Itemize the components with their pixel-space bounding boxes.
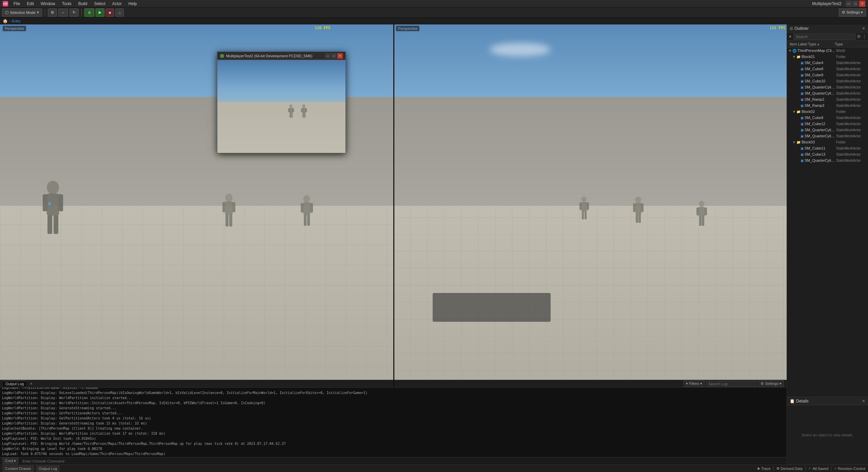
maximize-button[interactable]: □ bbox=[852, 1, 859, 7]
tree-item-12[interactable]: ▣ SM_Cube12 StaticMeshActor bbox=[787, 121, 868, 127]
details-title: Details bbox=[796, 399, 861, 404]
tree-item-7[interactable]: ▣ SM_QuarterCylinder6 StaticMeshActor bbox=[787, 90, 868, 96]
filters-button[interactable]: ▾ Filters ▾ bbox=[684, 380, 705, 387]
menu-edit[interactable]: Edit bbox=[24, 1, 37, 7]
settings-button[interactable]: ⚙ Settings ▾ bbox=[839, 8, 866, 17]
svg-rect-45 bbox=[301, 108, 302, 112]
trace-status[interactable]: ◈ Trace bbox=[757, 466, 771, 471]
svg-rect-9 bbox=[222, 202, 225, 212]
revision-control-status[interactable]: ⑂ Revision Control bbox=[834, 467, 865, 471]
svg-rect-26 bbox=[635, 203, 642, 214]
play-button[interactable]: ▶ bbox=[96, 8, 104, 17]
cmd-dropdown-button[interactable]: Cmd ▾ bbox=[3, 458, 18, 464]
content-drawer-button[interactable]: Content Drawer bbox=[3, 466, 34, 472]
tree-item-2[interactable]: ▣ SM_Cube4 StaticMeshActor bbox=[787, 60, 868, 66]
minimize-button[interactable]: — bbox=[846, 1, 852, 7]
tree-item-16[interactable]: ▣ SM_Cube11 StaticMeshActor bbox=[787, 145, 868, 151]
log-line-10: LogWorldPartition: Display: WorldPartiti… bbox=[2, 395, 785, 400]
game-window-close[interactable]: ✕ bbox=[337, 53, 343, 59]
log-content[interactable]: LogLoad: LoadMap: /27.0.0.1/Game/ThirdPe… bbox=[0, 388, 787, 457]
tree-item-14[interactable]: ▣ SM_QuarterCylinder2 StaticMeshActor bbox=[787, 133, 868, 139]
transform-btn-1[interactable]: ⊞ bbox=[48, 8, 57, 17]
outliner-more-icon[interactable]: ⋮ bbox=[862, 34, 867, 39]
back-wall-right bbox=[393, 97, 787, 224]
game-window[interactable]: MultiplayerTest2 (64-bit Development PCD… bbox=[217, 52, 346, 153]
tree-item-9[interactable]: ▣ SM_Ramp3 StaticMeshActor bbox=[787, 102, 868, 109]
outliner-tree[interactable]: ▼ 🌐 ThirdPersonMap (Client -1) World ▼ 📁… bbox=[787, 47, 868, 396]
fps-left: 120 FPS bbox=[315, 26, 330, 30]
tree-label-2: SM_Cube4 bbox=[805, 61, 836, 65]
tree-label-14: SM_QuarterCylinder2 bbox=[805, 134, 836, 138]
tree-item-11[interactable]: ▣ SM_Cube8 StaticMeshActor bbox=[787, 115, 868, 121]
svg-rect-20 bbox=[581, 202, 587, 212]
status-bar: Content Drawer Output Log ◈ Trace ⊕ Deri… bbox=[0, 465, 868, 472]
menu-select[interactable]: Select bbox=[91, 1, 108, 7]
tree-item-13[interactable]: ▣ SM_QuarterCylinder StaticMeshActor bbox=[787, 127, 868, 133]
menu-build[interactable]: Build bbox=[76, 1, 90, 7]
derived-data-status[interactable]: ⊕ Derived Data bbox=[776, 466, 803, 471]
tree-node-icon-11: ▣ bbox=[801, 116, 804, 120]
translate-icon: ↔ bbox=[61, 11, 65, 15]
tree-item-1[interactable]: ▼ 📁 Block01 Folder bbox=[787, 54, 868, 60]
console-input[interactable] bbox=[21, 458, 784, 464]
tree-item-4[interactable]: ▣ SM_Cube9 StaticMeshActor bbox=[787, 72, 868, 78]
tree-type-14: StaticMeshActor bbox=[836, 134, 867, 138]
tree-item-6[interactable]: ▣ SM_QuarterCylinder3 StaticMeshActor bbox=[787, 84, 868, 90]
log-line-15: LogWorldPartition: Display: GenerateStre… bbox=[2, 421, 785, 426]
stop-button[interactable]: ■ bbox=[106, 8, 114, 17]
tree-item-15[interactable]: ▼ 📁 Block03 Folder bbox=[787, 139, 868, 145]
tree-item-5[interactable]: ▣ SM_Cube10 StaticMeshActor bbox=[787, 78, 868, 84]
log-line-20: LogWorld: Bringing up level for play too… bbox=[2, 446, 785, 451]
log-search-input[interactable] bbox=[706, 381, 757, 387]
close-button[interactable]: ✕ bbox=[859, 1, 865, 7]
details-close-button[interactable]: ✕ bbox=[862, 399, 865, 404]
save-icon: ✓ bbox=[808, 466, 811, 471]
all-saved-status[interactable]: ✓ All Saved bbox=[808, 466, 828, 471]
game-window-app-icon bbox=[220, 54, 224, 58]
outliner-close-button[interactable]: ✕ bbox=[862, 26, 865, 31]
outliner-settings-icon[interactable]: ⚙ bbox=[857, 34, 861, 39]
game-window-maximize[interactable]: □ bbox=[331, 53, 337, 59]
pause-button[interactable]: ⏸ bbox=[84, 8, 94, 17]
log-close-button[interactable]: ✕ bbox=[30, 382, 33, 386]
game-viewport[interactable]: Perspective Perspective 120 FPS 115 FPS bbox=[0, 24, 787, 387]
viewport-area[interactable]: Perspective Perspective 120 FPS 115 FPS … bbox=[0, 24, 787, 387]
transform-btn-2[interactable]: ↔ bbox=[58, 8, 68, 17]
tree-item-18[interactable]: ▣ SM_QuarterCylinder4 StaticMeshActor bbox=[787, 157, 868, 163]
tree-item-17[interactable]: ▣ SM_Cube13 StaticMeshActor bbox=[787, 151, 868, 157]
breadcrumb-entry[interactable]: Entry bbox=[12, 19, 21, 23]
tree-item-0[interactable]: ▼ 🌐 ThirdPersonMap (Client -1) World bbox=[787, 47, 868, 54]
gw-char-2 bbox=[300, 104, 307, 120]
menu-actor[interactable]: Actor bbox=[110, 1, 124, 7]
tree-label-12: SM_Cube12 bbox=[805, 122, 836, 126]
outliner-filter-icon: ▼ bbox=[788, 35, 792, 39]
tree-type-18: StaticMeshActor bbox=[836, 159, 867, 162]
tree-node-icon-2: ▣ bbox=[801, 61, 804, 65]
build-button[interactable]: ⌂ bbox=[115, 8, 124, 17]
tree-type-0: World bbox=[836, 49, 867, 53]
revision-icon: ⑂ bbox=[834, 467, 836, 471]
stop-icon: ■ bbox=[109, 11, 111, 15]
svg-rect-40 bbox=[293, 108, 294, 112]
menu-file[interactable]: File bbox=[11, 1, 23, 7]
log-settings-button[interactable]: ⚙ Settings ▾ bbox=[758, 380, 784, 387]
tree-item-3[interactable]: ▣ SM_Cube8 StaticMeshActor bbox=[787, 66, 868, 72]
svg-rect-4 bbox=[47, 215, 52, 234]
derived-data-icon: ⊕ bbox=[776, 466, 780, 471]
menu-tools[interactable]: Tools bbox=[59, 1, 74, 7]
menu-help[interactable]: Help bbox=[126, 1, 140, 7]
output-log-button[interactable]: Output Log bbox=[36, 466, 59, 472]
outliner-search-input[interactable] bbox=[793, 34, 855, 40]
output-log-tab[interactable]: Output Log bbox=[3, 381, 26, 387]
mode-icon: ⬡ bbox=[5, 10, 8, 15]
svg-rect-22 bbox=[587, 202, 589, 210]
tree-item-10[interactable]: ▼ 📁 Block02 Folder bbox=[787, 109, 868, 115]
details-header: 📋 Details ✕ bbox=[787, 397, 868, 405]
build-icon: ⌂ bbox=[118, 11, 121, 15]
menu-window[interactable]: Window bbox=[38, 1, 58, 7]
transform-btn-3[interactable]: ↻ bbox=[70, 8, 79, 17]
tree-item-8[interactable]: ▣ SM_Ramp2 StaticMeshActor bbox=[787, 96, 868, 102]
game-window-minimize[interactable]: — bbox=[325, 53, 331, 59]
mode-select-button[interactable]: ⬡ Selection Mode ▾ bbox=[2, 8, 42, 17]
svg-rect-5 bbox=[54, 215, 58, 234]
